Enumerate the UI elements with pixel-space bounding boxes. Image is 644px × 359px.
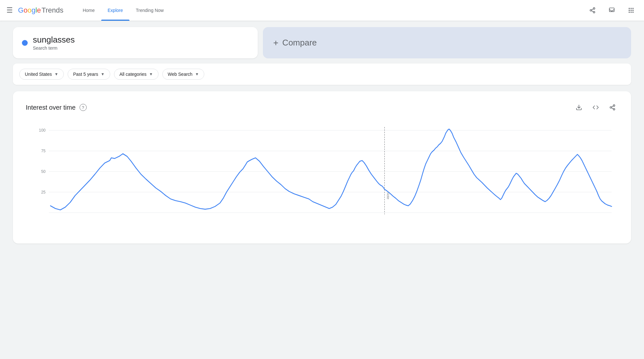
compare-label: Compare — [282, 38, 317, 48]
search-sub: Search term — [33, 45, 75, 51]
chart-actions — [573, 102, 618, 113]
chart-container: 100 75 50 25 Note — [26, 124, 618, 233]
help-label: ? — [82, 105, 84, 110]
main-content: sunglasses Search term + Compare United … — [0, 21, 644, 250]
region-arrow: ▼ — [54, 72, 58, 76]
svg-rect-8 — [632, 8, 633, 9]
chart-header: Interest over time ? — [26, 102, 618, 113]
period-filter[interactable]: Past 5 years ▼ — [68, 69, 110, 80]
search-term: sunglasses — [33, 35, 75, 45]
search-row: sunglasses Search term + Compare — [13, 27, 631, 58]
filter-row: United States ▼ Past 5 years ▼ All categ… — [13, 64, 631, 85]
logo-g: G — [18, 6, 24, 14]
search-type-filter[interactable]: Web Search ▼ — [162, 69, 205, 80]
compare-plus-icon: + — [273, 38, 278, 48]
category-filter[interactable]: All categories ▼ — [114, 69, 159, 80]
y-label-25: 25 — [41, 190, 46, 194]
svg-line-20 — [611, 106, 613, 107]
logo-google: Google — [18, 6, 41, 15]
help-icon[interactable]: ? — [80, 104, 87, 111]
svg-line-19 — [611, 108, 613, 109]
svg-rect-6 — [629, 8, 630, 9]
chart-title-row: Interest over time ? — [26, 104, 87, 111]
search-box[interactable]: sunglasses Search term — [13, 27, 258, 58]
svg-rect-13 — [630, 12, 631, 13]
svg-line-3 — [591, 11, 593, 12]
region-filter[interactable]: United States ▼ — [19, 69, 64, 80]
svg-rect-14 — [632, 12, 633, 13]
embed-button[interactable] — [590, 102, 601, 113]
y-label-100: 100 — [39, 128, 45, 133]
chart-title: Interest over time — [26, 104, 76, 111]
svg-rect-7 — [630, 8, 631, 9]
compare-box[interactable]: + Compare — [263, 27, 631, 58]
search-dot — [22, 40, 28, 46]
category-label: All categories — [120, 72, 147, 77]
nav-trending[interactable]: Trending Now — [130, 0, 170, 21]
logo[interactable]: Google Trends — [18, 6, 63, 15]
search-type-arrow: ▼ — [195, 72, 199, 76]
period-arrow: ▼ — [101, 72, 105, 76]
apps-icon[interactable] — [625, 4, 638, 17]
menu-icon[interactable]: ☰ — [6, 6, 13, 15]
svg-rect-11 — [632, 10, 633, 11]
feedback-icon[interactable] — [605, 4, 618, 17]
main-nav: Home Explore Trending Now — [76, 0, 586, 21]
search-text-block: sunglasses Search term — [33, 35, 75, 51]
chart-section: Interest over time ? — [13, 91, 631, 244]
y-label-50: 50 — [41, 169, 46, 174]
header-actions — [586, 4, 638, 17]
svg-rect-10 — [630, 10, 631, 11]
svg-rect-12 — [629, 12, 630, 13]
category-arrow: ▼ — [149, 72, 153, 76]
share-chart-button[interactable] — [607, 102, 618, 113]
download-button[interactable] — [573, 102, 585, 113]
svg-line-4 — [591, 9, 593, 10]
trend-path — [51, 129, 612, 210]
logo-trends: Trends — [42, 6, 63, 15]
period-label: Past 5 years — [73, 72, 98, 77]
y-label-75: 75 — [41, 149, 46, 153]
nav-home[interactable]: Home — [76, 0, 101, 21]
region-label: United States — [25, 72, 52, 77]
svg-rect-9 — [629, 10, 630, 11]
trend-chart: 100 75 50 25 Note — [26, 124, 618, 233]
header: ☰ Google Trends Home Explore Trending No… — [0, 0, 644, 21]
nav-explore[interactable]: Explore — [101, 0, 129, 21]
search-type-label: Web Search — [168, 72, 193, 77]
share-icon[interactable] — [586, 4, 599, 17]
